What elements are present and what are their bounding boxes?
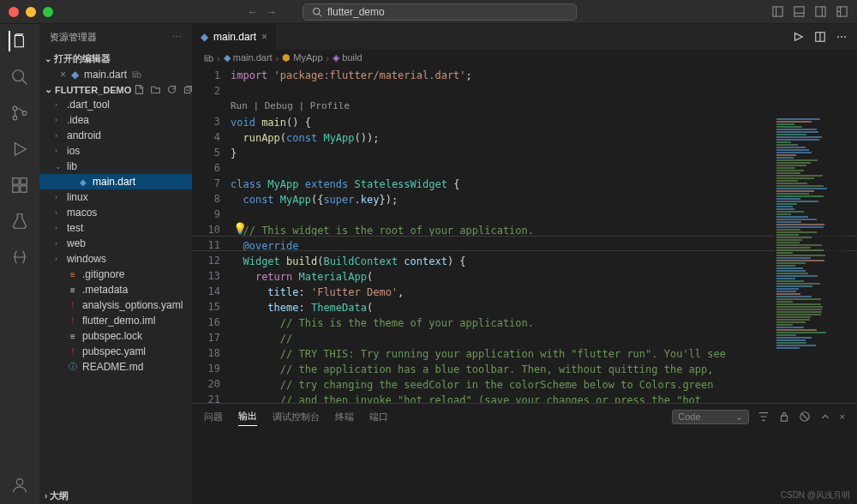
svg-rect-12 <box>21 186 27 192</box>
watermark: CSDN @风浅月明 <box>781 489 850 501</box>
remote-icon[interactable] <box>9 247 30 267</box>
layout-panel-icon[interactable] <box>793 5 806 18</box>
nav-arrows: ← → <box>248 6 277 18</box>
minimize-window[interactable] <box>26 7 36 17</box>
filter-icon[interactable] <box>758 411 770 423</box>
panel-tab-端口[interactable]: 端口 <box>369 408 388 426</box>
titlebar: ← → flutter_demo <box>0 0 857 24</box>
folder-android[interactable]: ›android <box>39 128 192 143</box>
svg-point-5 <box>13 70 24 81</box>
file--metadata[interactable]: ≡.metadata <box>39 282 192 297</box>
testing-icon[interactable] <box>9 211 30 231</box>
panel-tab-调试控制台[interactable]: 调试控制台 <box>273 408 320 426</box>
run-debug-icon[interactable] <box>9 139 30 159</box>
file--gitignore[interactable]: ≡.gitignore <box>39 267 192 282</box>
layout-sidebar-right-icon[interactable] <box>814 5 827 18</box>
maximize-window[interactable] <box>43 7 53 17</box>
more-actions-icon[interactable]: ⋯ <box>836 31 847 43</box>
breadcrumb[interactable]: lib›◆ main.dart›⬢ MyApp›◈ build <box>192 50 857 66</box>
file-README-md[interactable]: ⓘREADME.md <box>39 359 192 375</box>
file-main-dart[interactable]: ◆main.dart <box>39 174 192 189</box>
nav-back[interactable]: ← <box>248 6 258 18</box>
panel-tabs: 问题输出调试控制台终端端口 Code⌄ × <box>192 404 857 429</box>
nav-forward[interactable]: → <box>267 6 277 18</box>
folder-lib[interactable]: ⌄lib <box>39 159 192 174</box>
svg-rect-9 <box>13 178 19 184</box>
folder-ios[interactable]: ›ios <box>39 143 192 159</box>
editor-area: ◆ main.dart × ⋯ lib›◆ main.dart›⬢ MyApp›… <box>192 24 857 504</box>
editor-tabs: ◆ main.dart × ⋯ <box>192 24 857 50</box>
line-numbers: 12 3456789101112131415161718192021222324… <box>192 66 231 403</box>
svg-rect-16 <box>781 416 787 421</box>
sidebar: 资源管理器 ⋯ ⌄打开的编辑器 × ◆ main.dart lib ⌄FLUTT… <box>39 24 192 504</box>
sidebar-more-icon[interactable]: ⋯ <box>172 32 182 43</box>
svg-rect-3 <box>816 7 825 16</box>
file-pubspec-yaml[interactable]: !pubspec.yaml <box>39 344 192 359</box>
activity-bar <box>0 24 39 504</box>
search-icon <box>312 7 322 17</box>
search-icon[interactable] <box>9 67 30 87</box>
folder--idea[interactable]: ›.idea <box>39 112 192 128</box>
output-channel-dropdown[interactable]: Code⌄ <box>672 410 748 424</box>
close-window[interactable] <box>9 7 19 17</box>
new-file-icon[interactable] <box>134 84 145 95</box>
dart-file-icon: ◆ <box>71 69 79 81</box>
split-editor-icon[interactable] <box>814 31 826 43</box>
svg-point-7 <box>13 116 17 120</box>
run-icon[interactable] <box>792 31 804 43</box>
panel-tab-终端[interactable]: 终端 <box>335 408 354 426</box>
svg-rect-2 <box>794 7 804 16</box>
clear-output-icon[interactable] <box>799 411 811 423</box>
sidebar-title: 资源管理器 <box>50 31 97 44</box>
accounts-icon[interactable] <box>9 475 30 495</box>
file-tree: ›.dart_tool›.idea›android›ios⌄lib◆main.d… <box>39 97 192 375</box>
folder-web[interactable]: ›web <box>39 236 192 251</box>
svg-rect-1 <box>773 7 782 16</box>
close-editor-icon[interactable]: × <box>60 69 66 81</box>
code-editor[interactable]: import 'package:flutter/material.dart'; … <box>231 66 857 403</box>
folder-test[interactable]: ›test <box>39 220 192 236</box>
tab-main-dart[interactable]: ◆ main.dart × <box>192 24 277 50</box>
svg-point-13 <box>16 479 22 485</box>
panel-tab-问题[interactable]: 问题 <box>204 408 223 426</box>
search-text: flutter_demo <box>327 6 385 18</box>
close-tab-icon[interactable]: × <box>261 31 267 43</box>
new-folder-icon[interactable] <box>150 84 161 95</box>
dart-file-icon: ◆ <box>201 31 208 43</box>
svg-rect-11 <box>13 186 19 192</box>
svg-rect-10 <box>21 178 27 184</box>
svg-point-0 <box>314 8 321 15</box>
outline-header[interactable]: ›大纲 <box>39 488 192 504</box>
customize-layout-icon[interactable] <box>836 5 848 18</box>
minimap[interactable] <box>774 117 847 403</box>
bottom-panel: 问题输出调试控制台终端端口 Code⌄ × <box>192 403 857 504</box>
panel-tab-输出[interactable]: 输出 <box>238 407 257 426</box>
file-analysis-options-yaml[interactable]: !analysis_options.yaml <box>39 297 192 313</box>
refresh-icon[interactable] <box>166 84 177 95</box>
lightbulb-icon[interactable]: 💡 <box>233 222 247 235</box>
project-folder-header[interactable]: ⌄FLUTTER_DEMO <box>39 82 192 97</box>
command-center[interactable]: flutter_demo <box>303 3 577 21</box>
explorer-icon[interactable] <box>9 31 29 51</box>
folder--dart-tool[interactable]: ›.dart_tool <box>39 97 192 112</box>
source-control-icon[interactable] <box>9 103 30 123</box>
folder-macos[interactable]: ›macos <box>39 205 192 220</box>
file-pubspec-lock[interactable]: ≡pubspec.lock <box>39 328 192 344</box>
close-panel-icon[interactable]: × <box>840 411 845 422</box>
window-controls <box>9 7 53 17</box>
layout-sidebar-left-icon[interactable] <box>771 5 784 18</box>
svg-point-6 <box>13 106 17 111</box>
lock-scroll-icon[interactable] <box>778 411 790 423</box>
file-flutter-demo-iml[interactable]: !flutter_demo.iml <box>39 313 192 328</box>
open-editors-header[interactable]: ⌄打开的编辑器 <box>39 51 192 67</box>
folder-windows[interactable]: ›windows <box>39 251 192 267</box>
folder-linux[interactable]: ›linux <box>39 189 192 205</box>
extensions-icon[interactable] <box>9 175 30 195</box>
maximize-panel-icon[interactable] <box>819 411 831 423</box>
open-editor-item[interactable]: × ◆ main.dart lib <box>39 67 192 82</box>
